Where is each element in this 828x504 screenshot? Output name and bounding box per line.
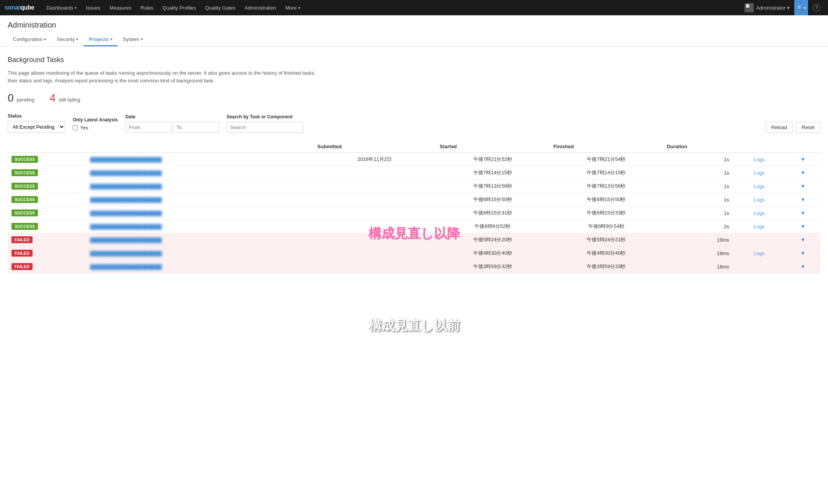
component-cell[interactable]: ██████████████████████ xyxy=(86,206,313,220)
search-button[interactable]: 🔍 ▾ xyxy=(794,0,808,15)
duration-cell: 19ms xyxy=(663,247,733,260)
top-navigation: sonarqube Dashboards ▾ Issues Measures R… xyxy=(0,0,828,15)
filter-icon[interactable]: ▼ xyxy=(800,263,805,270)
component-name[interactable]: ██████████████████████ xyxy=(90,184,162,189)
filter-icon[interactable]: ▼ xyxy=(800,196,805,203)
col-status xyxy=(8,141,86,153)
analysis-yes-label[interactable]: Yes xyxy=(80,125,88,131)
filter-icon[interactable]: ▼ xyxy=(800,210,805,216)
search-arrow: ▾ xyxy=(804,6,806,10)
admin-button[interactable]: 🔲 Administrator ▾ xyxy=(741,0,793,15)
submitted-cell xyxy=(314,166,436,180)
logo[interactable]: sonarqube xyxy=(5,4,34,11)
component-name[interactable]: ██████████████████████ xyxy=(90,157,162,162)
logs-link[interactable]: Logs xyxy=(754,224,764,229)
filter-icon[interactable]: ▼ xyxy=(800,170,805,176)
logs-link[interactable]: Logs xyxy=(754,210,764,216)
component-name[interactable]: ██████████████████████ xyxy=(90,251,162,256)
filter-icon-cell: ▼ xyxy=(785,180,820,193)
logs-link[interactable]: Logs xyxy=(754,250,764,256)
filter-icon[interactable]: ▼ xyxy=(800,237,805,243)
nav-measures[interactable]: Measures xyxy=(105,0,136,15)
stats-row: 0 pending 4 still failing xyxy=(8,92,820,104)
duration-cell: 2s xyxy=(663,220,733,233)
component-name[interactable]: ██████████████████████ xyxy=(90,197,162,203)
nav-dashboards[interactable]: Dashboards ▾ xyxy=(42,0,81,15)
component-cell[interactable]: ██████████████████████ xyxy=(86,180,313,193)
subnav-security[interactable]: Security ▾ xyxy=(51,33,83,46)
logs-link[interactable]: Logs xyxy=(754,170,764,176)
component-cell[interactable]: ██████████████████████ xyxy=(86,193,313,206)
nav-issues[interactable]: Issues xyxy=(81,0,105,15)
component-cell[interactable]: ██████████████████████ xyxy=(86,247,313,260)
analysis-filter: Only Latest Analysis Yes xyxy=(73,117,118,133)
page-description: This page allows monitoring of the queue… xyxy=(8,69,322,84)
date-to-input[interactable] xyxy=(173,122,219,133)
filter-icon-cell: ▼ xyxy=(785,220,820,233)
task-table: Submitted Started Finished Duration Succ… xyxy=(8,141,820,273)
logs-cell: Logs xyxy=(733,180,785,193)
component-name[interactable]: ██████████████████████ xyxy=(90,211,162,216)
status-badge: Success xyxy=(11,223,38,230)
task-table-section: Submitted Started Finished Duration Succ… xyxy=(8,141,820,273)
subnav-configuration[interactable]: Configuration ▾ xyxy=(8,33,51,46)
nav-quality-profiles[interactable]: Quality Profiles xyxy=(158,0,200,15)
status-cell: Success xyxy=(8,153,86,166)
nav-items: Dashboards ▾ Issues Measures Rules Quali… xyxy=(42,0,741,15)
task-table-body: Success██████████████████████2016年11月2日午… xyxy=(8,153,820,273)
finished-cell: 午後6時9分54秒 xyxy=(550,220,663,233)
component-name[interactable]: ██████████████████████ xyxy=(90,237,162,243)
component-cell[interactable]: ██████████████████████ xyxy=(86,220,313,233)
component-cell[interactable]: ██████████████████████ xyxy=(86,260,313,273)
nav-rules[interactable]: Rules xyxy=(136,0,158,15)
logs-link[interactable]: Logs xyxy=(754,197,764,203)
logs-link[interactable]: Logs xyxy=(754,183,764,189)
component-name[interactable]: ██████████████████████ xyxy=(90,264,162,270)
search-icon: 🔍 xyxy=(797,5,803,11)
status-badge: Success xyxy=(11,169,38,176)
status-select[interactable]: All Except Pending All Pending In Progre… xyxy=(8,121,65,133)
search-input[interactable] xyxy=(227,122,303,133)
submitted-cell: 2016年11月2日 xyxy=(314,153,436,166)
started-cell: 午後6時9分52秒 xyxy=(436,220,550,233)
submitted-cell xyxy=(314,193,436,206)
nav-administration[interactable]: Administration xyxy=(240,0,281,15)
pending-number: 0 xyxy=(8,92,14,104)
logs-link[interactable]: Logs xyxy=(754,157,764,162)
duration-cell: 1s xyxy=(663,166,733,180)
subnav-system[interactable]: System ▾ xyxy=(118,33,148,46)
filter-icon[interactable]: ▼ xyxy=(800,250,805,256)
admin-arrow: ▾ xyxy=(787,5,790,11)
status-cell: Failed xyxy=(8,247,86,260)
table-header: Submitted Started Finished Duration xyxy=(8,141,820,153)
status-cell: Success xyxy=(8,180,86,193)
page-title: Background Tasks xyxy=(8,56,820,64)
date-from-input[interactable] xyxy=(126,122,172,133)
filter-icon[interactable]: ▼ xyxy=(800,223,805,229)
reload-button[interactable]: Reload xyxy=(766,122,793,133)
logs-cell: Logs xyxy=(733,206,785,220)
duration-cell: 1s xyxy=(663,153,733,166)
filter-icon[interactable]: ▼ xyxy=(800,183,805,189)
component-name[interactable]: ██████████████████████ xyxy=(90,224,162,229)
filter-icon[interactable]: ▼ xyxy=(800,156,805,162)
nav-more[interactable]: More ▾ xyxy=(281,0,305,15)
component-cell[interactable]: ██████████████████████ xyxy=(86,153,313,166)
col-duration: Duration xyxy=(663,141,733,153)
finished-cell: 午後4時30分40秒 xyxy=(550,247,663,260)
component-name[interactable]: ██████████████████████ xyxy=(90,170,162,176)
component-cell[interactable]: ██████████████████████ xyxy=(86,233,313,247)
started-cell: 午後4時30分40秒 xyxy=(436,247,550,260)
status-cell: Success xyxy=(8,166,86,180)
col-logs xyxy=(733,141,785,153)
reset-button[interactable]: Reset xyxy=(796,122,820,133)
status-filter: Status All Except Pending All Pending In… xyxy=(8,113,65,133)
analysis-checkbox[interactable] xyxy=(73,125,78,130)
nav-quality-gates[interactable]: Quality Gates xyxy=(201,0,240,15)
status-badge: Failed xyxy=(11,263,33,270)
component-cell[interactable]: ██████████████████████ xyxy=(86,166,313,180)
started-cell: 午後7時21分52秒 xyxy=(436,153,550,166)
finished-cell: 午後7時21分54秒 xyxy=(550,153,663,166)
help-button[interactable]: ? xyxy=(810,0,823,15)
subnav-projects[interactable]: Projects ▾ xyxy=(83,33,117,46)
